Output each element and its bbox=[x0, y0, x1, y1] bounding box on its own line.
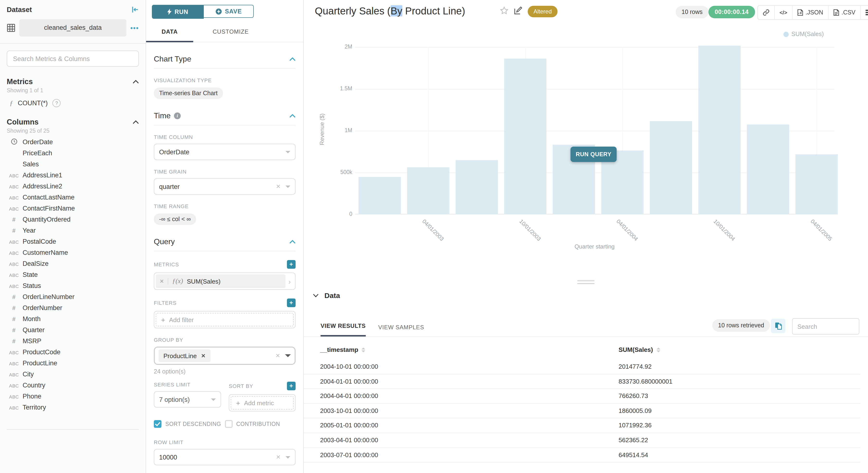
chevron-up-icon[interactable] bbox=[289, 240, 296, 244]
metric-chip[interactable]: ✕ ƒ(x) SUM(Sales) bbox=[156, 275, 285, 288]
chevron-down-icon[interactable] bbox=[313, 293, 319, 297]
add-sort-metric-dropzone[interactable]: + Add metric bbox=[231, 396, 294, 410]
data-search[interactable] bbox=[792, 318, 859, 335]
column-item[interactable]: ABCProductLine bbox=[0, 358, 146, 369]
add-filter-button[interactable]: + bbox=[287, 298, 296, 307]
collapse-panel-icon[interactable] bbox=[131, 6, 139, 13]
table-row[interactable]: 2003-07-01 00:00:00649514.54 bbox=[304, 448, 860, 463]
add-filter-dropzone[interactable]: + Add filter bbox=[156, 313, 294, 326]
column-item[interactable]: ABCCustomerName bbox=[0, 247, 146, 258]
table-row[interactable]: 2005-01-01 00:00:001071992.36 bbox=[304, 418, 860, 433]
bar-2003-04-01[interactable] bbox=[407, 167, 449, 214]
chevron-up-icon[interactable] bbox=[133, 80, 139, 84]
bar-2003-01-01[interactable] bbox=[358, 177, 401, 214]
favorite-star-icon[interactable] bbox=[500, 6, 508, 15]
column-item[interactable]: #OrderNumber bbox=[0, 302, 146, 313]
time-grain-select[interactable]: quarter ✕ bbox=[154, 178, 296, 195]
page-title[interactable]: Quarterly Sales (By Product Line) bbox=[315, 5, 465, 17]
embed-code-button[interactable]: </> bbox=[775, 6, 793, 19]
bar-chart-plot[interactable] bbox=[355, 47, 834, 214]
column-item[interactable]: ABCAddressLine2 bbox=[0, 181, 146, 192]
clear-icon[interactable]: ✕ bbox=[275, 352, 280, 359]
column-item[interactable]: ABCTerritory bbox=[0, 402, 146, 413]
table-row[interactable]: 2003-10-01 00:00:001860005.09 bbox=[304, 404, 860, 418]
run-query-button[interactable]: RUN QUERY bbox=[570, 147, 617, 162]
table-row[interactable]: 2004-10-01 00:00:002014774.92 bbox=[304, 359, 860, 374]
column-item[interactable]: ABCPostalCode bbox=[0, 236, 146, 247]
add-metric-button[interactable]: + bbox=[287, 260, 296, 269]
time-range-value[interactable]: -∞ ≤ col < ∞ bbox=[154, 214, 196, 225]
contribution-checkbox[interactable]: CONTRIBUTION bbox=[225, 419, 296, 429]
panel-resize-handle[interactable] bbox=[577, 280, 594, 286]
bar-2004-07-01[interactable] bbox=[650, 121, 692, 214]
bar-2004-10-01[interactable] bbox=[698, 46, 740, 214]
copy-data-button[interactable] bbox=[771, 319, 785, 333]
clear-icon[interactable]: ✕ bbox=[276, 183, 281, 190]
column-item[interactable]: ABCDealSize bbox=[0, 258, 146, 269]
clear-icon[interactable]: ✕ bbox=[276, 454, 281, 461]
share-link-button[interactable] bbox=[758, 6, 775, 19]
column-item[interactable]: #Quarter bbox=[0, 324, 146, 336]
column-item[interactable]: #MSRP bbox=[0, 336, 146, 347]
metric-item[interactable]: ƒ COUNT(*) ? bbox=[0, 93, 146, 108]
column-item[interactable]: PriceEach bbox=[0, 148, 146, 159]
column-item[interactable]: ABCProductCode bbox=[0, 347, 146, 358]
dataset-name[interactable]: cleaned_sales_data bbox=[19, 19, 127, 36]
column-item[interactable]: #Month bbox=[0, 313, 146, 324]
column-item[interactable]: #Year bbox=[0, 225, 146, 236]
add-sort-metric-button[interactable]: + bbox=[287, 382, 296, 390]
column-item[interactable]: #OrderLineNumber bbox=[0, 291, 146, 302]
chevron-up-icon[interactable] bbox=[289, 57, 296, 61]
time-column-select[interactable]: OrderDate bbox=[154, 144, 296, 160]
sort-icon[interactable] bbox=[656, 347, 660, 352]
row-limit-select[interactable]: 10000 ✕ bbox=[154, 449, 296, 465]
checkbox-checked-icon[interactable] bbox=[154, 420, 161, 428]
viz-type-value[interactable]: Time-series Bar Chart bbox=[154, 88, 223, 99]
altered-badge[interactable]: Altered bbox=[528, 6, 558, 17]
edit-title-icon[interactable] bbox=[514, 6, 522, 15]
bar-2003-10-01[interactable] bbox=[504, 59, 546, 214]
chart-menu-button[interactable] bbox=[861, 6, 868, 19]
column-item[interactable]: ABCCountry bbox=[0, 380, 146, 391]
chevron-right-icon[interactable]: › bbox=[285, 277, 294, 285]
column-item[interactable]: ABCPhone bbox=[0, 391, 146, 402]
chart-legend[interactable]: SUM(Sales) bbox=[783, 31, 824, 37]
save-button[interactable]: SAVE bbox=[204, 5, 254, 18]
export-csv-button[interactable]: .CSV bbox=[828, 6, 861, 19]
group-by-chip[interactable]: ProductLine ✕ bbox=[159, 349, 210, 362]
column-item[interactable]: ABCStatus bbox=[0, 280, 146, 291]
column-item[interactable]: OrderDate bbox=[0, 136, 146, 148]
remove-metric-icon[interactable]: ✕ bbox=[160, 278, 168, 284]
bar-2003-07-01[interactable] bbox=[455, 160, 498, 214]
sort-descending-checkbox[interactable]: SORT DESCENDING bbox=[154, 419, 225, 429]
table-row[interactable]: 2004-01-01 00:00:00833730.680000001 bbox=[304, 374, 860, 389]
tab-customize[interactable]: CUSTOMIZE bbox=[209, 26, 253, 40]
tab-view-results[interactable]: VIEW RESULTS bbox=[320, 322, 366, 337]
column-item[interactable]: Sales bbox=[0, 159, 146, 170]
export-json-button[interactable]: .JSON bbox=[793, 6, 829, 19]
remove-chip-icon[interactable]: ✕ bbox=[201, 353, 206, 359]
dataset-more-icon[interactable]: ••• bbox=[130, 24, 139, 32]
column-item[interactable]: ABCCity bbox=[0, 369, 146, 380]
table-row[interactable]: 2003-04-01 00:00:00562365.22 bbox=[304, 433, 860, 448]
series-limit-select[interactable]: 7 option(s) bbox=[154, 391, 221, 408]
help-icon[interactable]: ? bbox=[53, 99, 61, 107]
column-item[interactable]: ABCContactFirstName bbox=[0, 203, 146, 214]
bar-2005-01-01[interactable] bbox=[747, 125, 789, 214]
column-header[interactable]: SUM(Sales) bbox=[619, 346, 660, 353]
run-button[interactable]: RUN bbox=[152, 5, 204, 19]
data-search-input[interactable] bbox=[793, 323, 859, 330]
search-input[interactable] bbox=[7, 55, 138, 62]
chevron-up-icon[interactable] bbox=[289, 114, 296, 118]
column-item[interactable]: ABCContactLastName bbox=[0, 192, 146, 203]
bar-2005-04-01[interactable] bbox=[795, 154, 837, 214]
checkbox-unchecked-icon[interactable] bbox=[225, 420, 232, 428]
sort-icon[interactable] bbox=[362, 347, 366, 352]
group-by-select[interactable]: ProductLine ✕ ✕ bbox=[154, 347, 296, 365]
column-item[interactable]: #QuantityOrdered bbox=[0, 214, 146, 225]
tab-data[interactable]: DATA bbox=[146, 26, 193, 40]
column-item[interactable]: ABCState bbox=[0, 269, 146, 280]
column-item[interactable]: ABCAddressLine1 bbox=[0, 170, 146, 181]
tab-view-samples[interactable]: VIEW SAMPLES bbox=[378, 324, 424, 337]
metrics-columns-search[interactable] bbox=[7, 51, 139, 67]
